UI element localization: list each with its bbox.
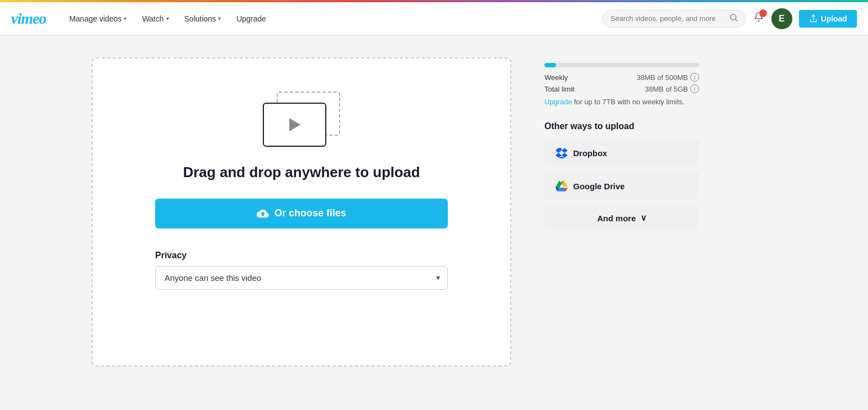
chevron-down-icon: ▾ [166, 15, 169, 22]
storage-bar-wrap: Weekly 38MB of 500MB i Total limit 38MB … [544, 63, 699, 106]
upgrade-link[interactable]: Upgrade [544, 98, 572, 106]
privacy-select[interactable]: Anyone can see this video [155, 266, 448, 290]
drag-drop-text: Drag and drop anywhere to upload [183, 163, 420, 182]
svg-line-1 [735, 19, 737, 21]
avatar[interactable]: E [771, 8, 792, 29]
header-right: E Upload [602, 8, 857, 29]
chevron-down-icon: ▾ [218, 15, 221, 22]
weekly-value: 38MB of 500MB i [637, 73, 699, 82]
storage-bar-background [544, 63, 699, 67]
vimeo-logo[interactable]: vimeo [11, 10, 46, 28]
nav-watch[interactable]: Watch ▾ [135, 10, 175, 28]
video-icon-graphic [263, 92, 340, 147]
nav-upgrade[interactable]: Upgrade [230, 10, 273, 28]
privacy-select-wrapper[interactable]: Anyone can see this video ▾ [155, 266, 448, 290]
upload-drop-zone[interactable]: Drag and drop anywhere to upload Or choo… [92, 57, 511, 366]
total-storage-row: Total limit 38MB of 5GB i [544, 84, 699, 93]
privacy-section: Privacy Anyone can see this video ▾ [155, 251, 448, 290]
privacy-label: Privacy [155, 251, 448, 260]
search-bar[interactable] [602, 10, 746, 28]
weekly-storage-row: Weekly 38MB of 500MB i [544, 73, 699, 82]
search-icon [730, 14, 738, 24]
upgrade-text: Upgrade for up to 7TB with no weekly lim… [544, 98, 699, 106]
header: vimeo Manage videos ▾ Watch ▾ Solutions … [0, 2, 868, 35]
total-label: Total limit [544, 85, 574, 93]
play-triangle-icon [289, 118, 300, 131]
upload-icon [809, 14, 818, 23]
main-nav: Manage videos ▾ Watch ▾ Solutions ▾ Upgr… [62, 10, 602, 28]
notifications-bell[interactable] [753, 12, 765, 26]
dropbox-upload-button[interactable]: Dropbox [544, 139, 699, 167]
video-player-icon [263, 103, 326, 147]
weekly-info-icon[interactable]: i [690, 73, 699, 82]
nav-manage-videos[interactable]: Manage videos ▾ [62, 10, 133, 28]
header-upload-button[interactable]: Upload [799, 10, 857, 28]
dropbox-icon [555, 147, 568, 159]
search-input[interactable] [611, 14, 727, 23]
cloud-upload-icon [257, 207, 269, 220]
notification-badge [759, 9, 767, 17]
and-more-button[interactable]: And more ∨ [544, 205, 699, 231]
storage-bar-fill [544, 63, 556, 67]
choose-files-button[interactable]: Or choose files [155, 199, 448, 228]
other-ways-title: Other ways to upload [544, 121, 699, 131]
total-info-icon[interactable]: i [690, 84, 699, 93]
right-panel: Weekly 38MB of 500MB i Total limit 38MB … [544, 57, 699, 366]
nav-solutions[interactable]: Solutions ▾ [178, 10, 228, 28]
chevron-down-icon: ▾ [124, 15, 126, 22]
and-more-chevron-icon: ∨ [641, 213, 647, 223]
weekly-label: Weekly [544, 73, 568, 82]
main-content: Drag and drop anywhere to upload Or choo… [47, 35, 821, 388]
google-drive-icon [555, 180, 568, 192]
google-drive-upload-button[interactable]: Google Drive [544, 172, 699, 200]
total-value: 38MB of 5GB i [645, 84, 699, 93]
